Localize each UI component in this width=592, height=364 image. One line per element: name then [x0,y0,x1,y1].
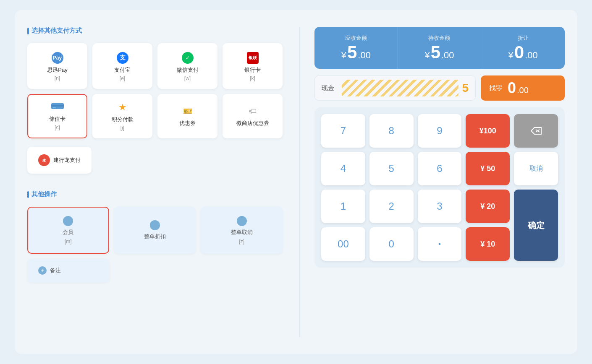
payment-shortcut-sixun: [n] [55,75,60,81]
preset-btn-20[interactable]: ¥ 20 [466,190,510,223]
numpad: 7 8 9 ¥100 4 5 6 ¥ 50 取消 1 2 3 ¥ 20 确定 0… [314,107,565,268]
ops-shortcut-cancel-order: [z] [239,239,244,244]
store-card-icon [51,102,64,113]
sixun-icon: Pay [52,51,63,64]
payment-shortcut-alipay: [e] [120,75,125,81]
payment-btn-wechat[interactable]: ✓ 微信支付 [w] [157,43,217,89]
amount-bar: 应收金额 ¥ 5 .00 待收金额 ¥ 5 .00 折让 ¥ [314,27,565,69]
pending-int: 5 [431,44,440,61]
payment-btn-store-card[interactable]: 储值卡 [c] [27,94,87,138]
num-btn-2[interactable]: 2 [369,190,414,223]
change-int: 0 [508,79,516,97]
receivable-label: 应收金额 [345,34,367,42]
payment-label-store-card: 储值卡 [49,115,65,123]
ops-btn-member[interactable]: ✔ 会员 [m] [27,207,109,254]
member-icon: ✔ [63,216,73,226]
cash-row: 现金 5 找零 0 .00 [314,75,565,101]
num-btn-7[interactable]: 7 [321,114,365,148]
payment-shortcut-wechat: [w] [184,75,191,81]
ops-shortcut-member: [m] [65,239,72,244]
receivable-value: ¥ 5 .00 [341,44,371,61]
payment-label-ccb: 建行龙支付 [53,156,81,164]
discount-cell: 折让 ¥ 0 .00 [481,27,565,69]
main-container: 选择其他支付方式 Pay 思迅Pay [n] 支 支付宝 [e] [15,10,577,354]
ops-label-member: 会员 [63,229,73,236]
num-btn-5[interactable]: 5 [369,152,414,185]
ccb-row: 建 建行龙支付 [27,147,283,174]
payment-btn-alipay[interactable]: 支 支付宝 [e] [92,43,152,89]
pending-value: ¥ 5 .00 [424,44,454,61]
payment-btn-bank[interactable]: 银联 银行卡 [k] [223,43,283,89]
confirm-button[interactable]: 确定 [514,190,558,261]
pending-cell: 待收金额 ¥ 5 .00 [398,27,482,69]
change-value: 0 .00 [508,79,529,97]
num-btn-3[interactable]: 3 [418,190,462,223]
cash-label: 现金 [322,84,338,92]
receivable-dec: .00 [358,50,371,61]
preset-btn-100[interactable]: ¥100 [466,114,510,148]
payment-section-title: 选择其他支付方式 [27,27,283,35]
num-btn-0[interactable]: 0 [369,227,414,261]
left-panel: 选择其他支付方式 Pay 思迅Pay [n] 支 支付宝 [e] [27,27,295,337]
payment-label-alipay: 支付宝 [114,66,131,74]
discount-value: ¥ 0 .00 [508,44,538,61]
payment-btn-points[interactable]: ★ 积分付款 [i] [92,94,152,138]
cancel-button[interactable]: 取消 [514,152,558,185]
change-box: 找零 0 .00 [481,75,565,101]
payment-label-sixun: 思迅Pay [47,66,67,74]
payment-btn-sixun[interactable]: Pay 思迅Pay [n] [27,43,87,89]
cash-input-wrap: 现金 5 [314,75,476,101]
ccb-icon: 建 [38,154,50,166]
change-label: 找零 [489,84,503,93]
num-btn-8[interactable]: 8 [369,114,414,148]
coupon-icon: 🎫 [182,105,194,117]
panel-divider [299,27,300,337]
points-icon: ★ [117,101,128,113]
num-btn-dot[interactable]: · [418,227,462,261]
payment-label-bank: 银行卡 [244,66,261,74]
remark-icon: + [38,266,47,275]
ops-btn-cancel-order[interactable]: ↺ 整单取消 [z] [201,207,283,254]
discount-int: 0 [514,44,524,61]
payment-label-wechat: 微信支付 [177,66,199,74]
remark-row: + 备注 [27,259,283,282]
num-btn-4[interactable]: 4 [321,152,365,185]
num-btn-6[interactable]: 6 [418,152,462,185]
num-btn-1[interactable]: 1 [321,190,365,223]
remark-label: 备注 [50,267,61,274]
payment-label-mini-coupon: 微商店优惠券 [236,120,269,127]
receivable-cell: 应收金额 ¥ 5 .00 [314,27,398,69]
bank-icon: 银联 [247,51,259,64]
payment-btn-mini-coupon[interactable]: 🏷 微商店优惠券 [223,94,283,138]
payment-label-points: 积分付款 [112,116,134,123]
wechat-icon: ✓ [182,51,194,64]
remark-button[interactable]: + 备注 [27,259,109,282]
ops-label-cancel-order: 整单取消 [231,229,253,236]
receivable-int: 5 [347,44,357,61]
preset-btn-50[interactable]: ¥ 50 [466,152,510,185]
svg-rect-2 [52,107,56,108]
other-ops-section-title: 其他操作 [27,190,283,198]
payment-grid: Pay 思迅Pay [n] 支 支付宝 [e] ✓ 微信支付 [w] [27,43,283,138]
num-btn-00[interactable]: 00 [321,227,365,261]
preset-btn-10[interactable]: ¥ 10 [466,227,510,261]
discount-label: 折让 [518,34,529,42]
alipay-icon: 支 [117,51,128,64]
svg-rect-1 [51,105,64,107]
ops-btn-discount[interactable]: 🏷 整单折扣 [114,207,196,254]
svg-marker-3 [531,127,541,134]
pending-label: 待收金额 [428,34,450,42]
payment-shortcut-bank: [k] [250,75,255,81]
num-btn-9[interactable]: 9 [418,114,462,148]
payment-btn-coupon[interactable]: 🎫 优惠券 [157,94,217,138]
backspace-button[interactable] [514,114,558,148]
payment-btn-ccb[interactable]: 建 建行龙支付 [27,147,92,174]
discount-icon: 🏷 [150,220,160,230]
cash-number: 5 [462,81,469,95]
payment-shortcut-points: [i] [120,125,124,131]
pending-dec: .00 [441,50,454,61]
ops-label-discount: 整单折扣 [144,233,166,240]
cash-stripes-decoration [342,80,458,96]
payment-label-coupon: 优惠券 [179,120,196,127]
right-panel: 应收金额 ¥ 5 .00 待收金额 ¥ 5 .00 折让 ¥ [304,27,565,337]
